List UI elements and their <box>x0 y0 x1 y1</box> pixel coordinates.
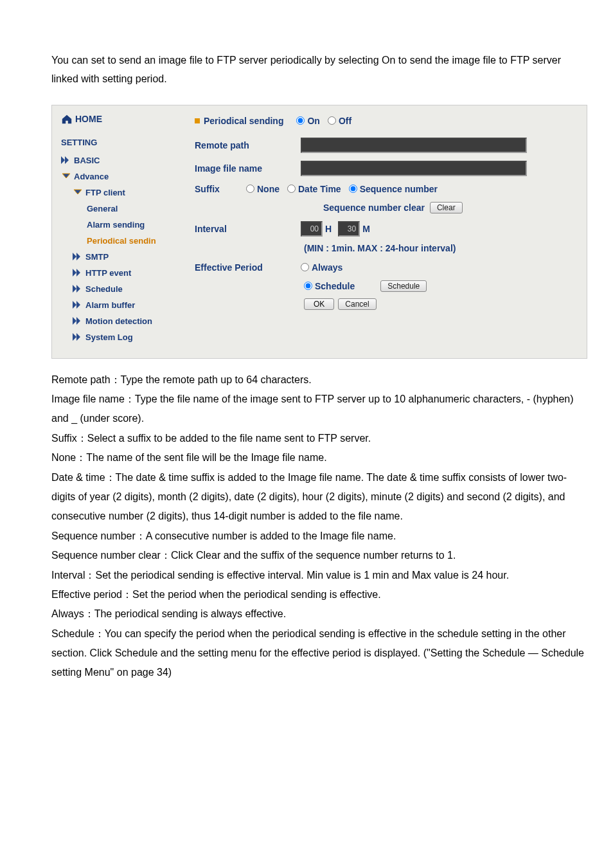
action-buttons-row: OK Cancel <box>195 296 579 314</box>
setting-heading: SETTING <box>58 138 187 147</box>
desc-line: None：The name of the sent file will be t… <box>51 448 587 467</box>
effective-schedule-row: Schedule Schedule <box>195 276 579 296</box>
desc-line: Suffix：Select a suffix to be added to th… <box>51 429 587 448</box>
fast-forward-icon <box>61 156 71 164</box>
radio-sequence-number-label: Sequence number <box>360 184 438 194</box>
chevron-down-icon <box>61 172 71 180</box>
chevron-down-icon <box>73 188 83 196</box>
fast-forward-icon <box>73 253 83 260</box>
fast-forward-icon <box>73 317 83 325</box>
fast-forward-icon <box>73 269 83 276</box>
nav-smtp[interactable]: SMTP <box>58 249 187 265</box>
suffix-row: Suffix None Date Time Sequence number <box>195 180 579 198</box>
sequence-number-clear-label: Sequence number clear <box>323 203 425 213</box>
nav-motion-detection[interactable]: Motion detection <box>58 313 187 329</box>
remote-path-label: Remote path <box>195 140 301 150</box>
nav-schedule[interactable]: Schedule <box>58 281 187 297</box>
home-icon <box>61 113 73 125</box>
remote-path-input[interactable] <box>301 138 527 153</box>
image-file-name-label: Image file name <box>195 163 301 174</box>
desc-line: Sequence number clear：Click Clear and th… <box>51 546 587 565</box>
interval-minutes-input[interactable] <box>338 221 360 237</box>
nav-smtp-label: SMTP <box>85 252 109 262</box>
fast-forward-icon <box>73 301 83 309</box>
nav-motion-detection-label: Motion detection <box>85 316 152 326</box>
nav-basic-label: BASIC <box>74 156 100 165</box>
home-label: HOME <box>75 114 102 124</box>
image-file-name-row: Image file name <box>195 157 579 180</box>
radio-none[interactable] <box>246 185 254 193</box>
fast-forward-icon <box>73 285 83 293</box>
nav-http-event[interactable]: HTTP event <box>58 265 187 281</box>
radio-schedule[interactable] <box>304 282 312 290</box>
nav-advance[interactable]: Advance <box>58 168 187 185</box>
radio-always[interactable] <box>301 263 309 271</box>
nav-advance-label: Advance <box>74 172 109 181</box>
fast-forward-icon <box>73 333 83 341</box>
sequence-clear-row: Sequence number clear Clear <box>195 198 579 217</box>
nav-http-event-label: HTTP event <box>85 268 131 278</box>
interval-row: Interval H M <box>195 217 579 240</box>
desc-line: Effective period：Set the period when the… <box>51 585 587 604</box>
clear-button[interactable]: Clear <box>430 202 463 213</box>
nav-general[interactable]: General <box>58 201 187 217</box>
nav-system-log[interactable]: System Log <box>58 329 187 345</box>
desc-line: Sequence number：A consecutive number is … <box>51 527 587 546</box>
interval-label: Interval <box>195 224 301 234</box>
radio-on[interactable] <box>296 116 305 125</box>
desc-line: Date & time：The date & time suffix is ad… <box>51 468 587 527</box>
radio-sequence-number[interactable] <box>349 185 357 193</box>
nav-periodical-sending[interactable]: Periodical sendin <box>58 233 187 249</box>
nav-ftp-client[interactable]: FTP client <box>58 185 187 201</box>
nav-alarm-buffer[interactable]: Alarm buffer <box>58 297 187 313</box>
radio-always-label: Always <box>312 262 342 273</box>
periodical-sending-row: Periodical sending On Off <box>195 112 579 130</box>
home-link[interactable]: HOME <box>58 113 187 125</box>
desc-line: Remote path：Type the remote path up to 6… <box>51 370 587 390</box>
radio-on-label: On <box>307 116 319 126</box>
h-unit: H <box>325 224 332 234</box>
remote-path-row: Remote path <box>195 134 579 157</box>
bullet-icon <box>195 118 200 123</box>
image-file-name-input[interactable] <box>301 161 527 176</box>
radio-date-time[interactable] <box>287 185 296 193</box>
cancel-button[interactable]: Cancel <box>338 298 376 310</box>
sidebar: HOME SETTING BASIC Advance FTP client <box>52 105 187 358</box>
effective-period-row: Effective Period Always <box>195 258 579 276</box>
radio-schedule-label: Schedule <box>315 281 355 291</box>
desc-line: Interval：Set the periodical sending is e… <box>51 566 587 585</box>
m-unit: M <box>362 224 370 234</box>
interval-hours-input[interactable] <box>301 221 323 237</box>
effective-period-label: Effective Period <box>195 262 301 273</box>
desc-line: Always：The periodical sending is always … <box>51 604 587 624</box>
nav-ftp-client-label: FTP client <box>85 188 125 197</box>
config-panel: HOME SETTING BASIC Advance FTP client <box>51 105 587 359</box>
suffix-label: Suffix <box>195 184 246 194</box>
desc-line: Schedule：You can specify the period when… <box>51 624 587 683</box>
periodical-sending-label: Periodical sending <box>204 116 283 126</box>
desc-line: Image file name：Type the file name of th… <box>51 390 587 429</box>
radio-date-time-label: Date Time <box>298 184 341 194</box>
intro-text: You can set to send an image file to FTP… <box>51 51 587 89</box>
nav-alarm-buffer-label: Alarm buffer <box>85 300 135 310</box>
radio-none-label: None <box>257 184 280 194</box>
radio-off-label: Off <box>339 116 351 126</box>
interval-hint: (MIN : 1min. MAX : 24-hour interval) <box>195 243 579 253</box>
nav-alarm-sending[interactable]: Alarm sending <box>58 217 187 233</box>
description-block: Remote path：Type the remote path up to 6… <box>51 370 587 683</box>
schedule-button[interactable]: Schedule <box>380 280 427 292</box>
main-pane: Periodical sending On Off Remote path Im… <box>187 105 587 358</box>
nav-schedule-label: Schedule <box>85 284 123 294</box>
nav-system-log-label: System Log <box>85 332 133 342</box>
nav-basic[interactable]: BASIC <box>58 152 187 168</box>
radio-off[interactable] <box>328 116 336 125</box>
ok-button[interactable]: OK <box>304 298 334 310</box>
